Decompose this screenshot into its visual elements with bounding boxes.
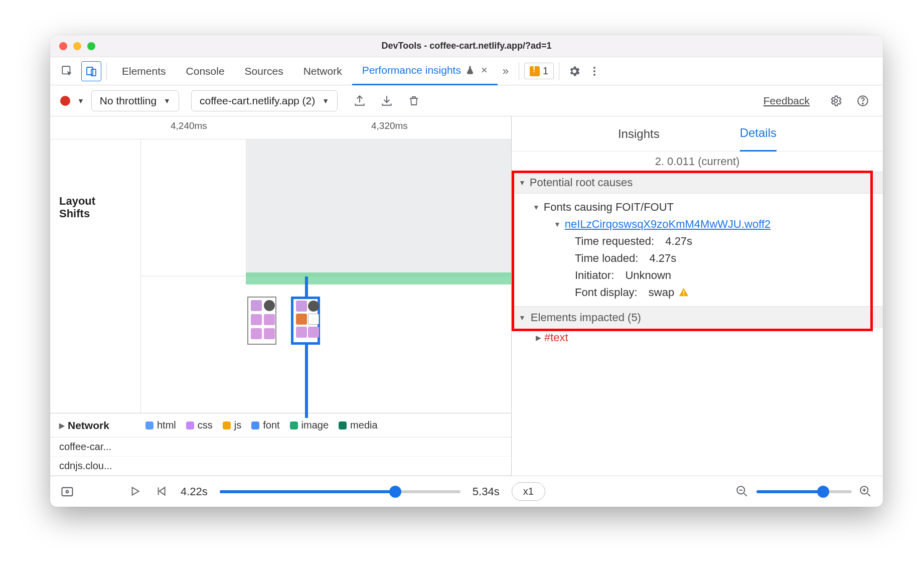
time-tick: 4,320ms: [371, 120, 408, 131]
playback-bar: 4.22s 5.34s x1: [50, 476, 883, 507]
layout-shifts-label: Layout Shifts: [59, 195, 95, 220]
throttling-select[interactable]: No throttling ▼: [91, 90, 179, 111]
maximize-window-button[interactable]: [87, 42, 95, 50]
main-content: 4,240ms 4,320ms Layout Shifts: [50, 116, 883, 476]
traffic-lights: [59, 42, 95, 50]
frame-thumbnail[interactable]: [247, 297, 276, 345]
issues-counter[interactable]: 1: [524, 63, 554, 79]
kebab-menu-icon[interactable]: [584, 61, 604, 81]
inspect-element-icon[interactable]: [57, 61, 77, 81]
panel-settings-icon[interactable]: [826, 91, 846, 111]
tab-insights[interactable]: Insights: [618, 116, 660, 152]
tab-elements[interactable]: Elements: [112, 57, 176, 85]
recording-select[interactable]: coffee-cart.netlify.app (2) ▼: [191, 90, 338, 111]
svg-point-8: [862, 103, 863, 104]
import-icon[interactable]: [377, 91, 397, 111]
sidebar-pane: Insights Details 2. 0.011 (current) ▼ Po…: [512, 116, 883, 476]
chevron-down-icon: ▼: [519, 314, 526, 322]
svg-rect-11: [62, 487, 73, 495]
close-window-button[interactable]: [59, 42, 67, 50]
warning-icon: [678, 287, 689, 298]
tab-sources[interactable]: Sources: [235, 57, 293, 85]
issue-warning-icon: [530, 66, 540, 76]
recording-toolbar: ▼ No throttling ▼ coffee-cart.netlify.ap…: [50, 85, 883, 116]
time-requested-row: Time requested: 4.27s: [520, 233, 875, 250]
svg-point-12: [66, 490, 69, 493]
fonts-foit-fout-row[interactable]: ▼ Fonts causing FOIT/FOUT: [520, 199, 875, 216]
tab-performance-insights-label: Performance insights: [362, 64, 461, 76]
network-label: ▶ Network: [50, 419, 140, 432]
layout-shifts-track[interactable]: Layout Shifts: [50, 139, 511, 413]
export-icon[interactable]: [350, 91, 370, 111]
close-tab-icon[interactable]: ×: [481, 64, 488, 77]
sidebar-tabs: Insights Details: [512, 116, 883, 152]
throttling-label: No throttling: [100, 95, 157, 107]
svg-rect-10: [683, 295, 684, 296]
device-toolbar-icon[interactable]: [81, 61, 101, 81]
tab-network[interactable]: Network: [293, 57, 352, 85]
time-ruler: 4,240ms 4,320ms: [50, 116, 511, 139]
minimize-window-button[interactable]: [73, 42, 81, 50]
svg-rect-9: [683, 291, 684, 294]
delete-icon[interactable]: [404, 91, 424, 111]
devtools-window: DevTools - coffee-cart.netlify.app/?ad=1…: [50, 35, 883, 507]
timeline-pane: 4,240ms 4,320ms Layout Shifts: [50, 116, 512, 476]
tab-console[interactable]: Console: [176, 57, 235, 85]
skip-to-start-icon[interactable]: [155, 485, 169, 499]
settings-gear-icon[interactable]: [564, 61, 584, 81]
zoom-slider[interactable]: [756, 490, 852, 493]
replay-settings-icon[interactable]: [60, 485, 74, 499]
feedback-link[interactable]: Feedback: [763, 95, 810, 107]
elements-impacted-header[interactable]: ▼ Elements impacted (5): [512, 306, 883, 328]
font-file-link[interactable]: neILzCirqoswsqX9zoKmM4MwWJU.woff2: [565, 218, 771, 231]
impacted-text-node[interactable]: ▶ #text: [512, 328, 883, 344]
zoom-out-icon[interactable]: [735, 485, 749, 499]
playback-slider[interactable]: [220, 490, 460, 493]
chevron-down-icon: ▼: [519, 179, 526, 187]
details-content: ▼ Potential root causes ▼ Fonts causing …: [512, 172, 883, 476]
titlebar: DevTools - coffee-cart.netlify.app/?ad=1: [50, 35, 883, 57]
root-causes-header[interactable]: ▼ Potential root causes: [512, 172, 883, 194]
panel-tabbar: Elements Console Sources Network Perform…: [50, 57, 883, 85]
playback-speed[interactable]: x1: [512, 482, 545, 501]
tab-performance-insights[interactable]: Performance insights ×: [352, 57, 498, 85]
playback-end-time: 5.34s: [473, 485, 500, 498]
font-file-row[interactable]: ▼ neILzCirqoswsqX9zoKmM4MwWJU.woff2: [520, 216, 875, 233]
record-button[interactable]: [60, 96, 70, 106]
svg-rect-1: [87, 67, 93, 75]
recording-select-label: coffee-cart.netlify.app (2): [200, 95, 315, 107]
network-request-row[interactable]: coffee-car...: [50, 438, 511, 457]
tab-details[interactable]: Details: [740, 116, 777, 152]
svg-point-5: [593, 74, 595, 76]
play-icon[interactable]: [128, 485, 142, 499]
help-icon[interactable]: [853, 91, 873, 111]
chevron-right-icon: ▶: [536, 334, 541, 342]
svg-point-4: [593, 70, 595, 72]
network-request-row[interactable]: cdnjs.clou...: [50, 457, 511, 476]
layout-shift-bar: [246, 272, 511, 284]
flask-icon: [465, 65, 475, 75]
network-legend: html css js font image media: [140, 419, 378, 431]
frame-thumbnail-selected[interactable]: [291, 297, 320, 345]
time-tick: 4,240ms: [171, 120, 207, 131]
svg-point-3: [593, 67, 595, 69]
chevron-down-icon: ▼: [554, 220, 561, 228]
time-loaded-row: Time loaded: 4.27s: [520, 250, 875, 267]
zoom-in-icon[interactable]: [859, 485, 873, 499]
svg-point-6: [834, 99, 838, 102]
network-track-header[interactable]: ▶ Network html css js font image media: [50, 413, 511, 438]
more-tabs-icon[interactable]: »: [498, 65, 514, 78]
issues-count: 1: [543, 65, 548, 77]
chevron-right-icon: ▶: [59, 421, 65, 429]
initiator-row: Initiator: Unknown: [520, 267, 875, 284]
chevron-down-icon: ▼: [533, 203, 540, 211]
font-display-row: Font display: swap: [520, 284, 875, 301]
window-title: DevTools - coffee-cart.netlify.app/?ad=1: [50, 41, 883, 51]
cls-current-line: 2. 0.011 (current): [512, 152, 883, 172]
playback-start-time: 4.22s: [181, 485, 208, 498]
record-options-caret[interactable]: ▼: [77, 97, 84, 105]
